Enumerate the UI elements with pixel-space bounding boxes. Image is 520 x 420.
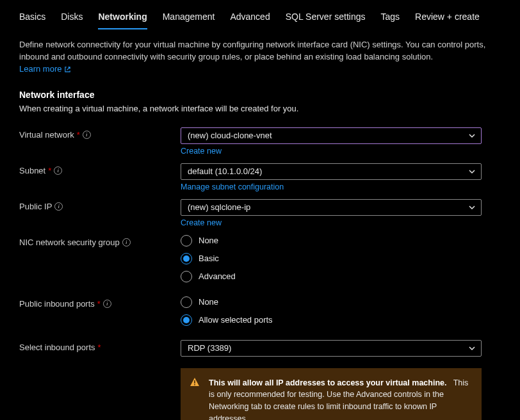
radio-nsg-basic[interactable]: Basic bbox=[181, 253, 482, 264]
label-subnet: Subnet * i bbox=[19, 163, 181, 175]
radio-label: Allow selected ports bbox=[199, 315, 273, 325]
description-text: Define network connectivity for your vir… bbox=[19, 40, 485, 61]
select-value: default (10.1.0.0/24) bbox=[188, 166, 262, 176]
radio-icon bbox=[181, 296, 192, 308]
required-asterisk: * bbox=[98, 343, 101, 352]
radio-label: None bbox=[199, 297, 218, 307]
select-inbound-ports[interactable]: RDP (3389) bbox=[181, 340, 482, 357]
tab-networking[interactable]: Networking bbox=[98, 12, 147, 29]
warning-bold: This will allow all IP addresses to acce… bbox=[209, 378, 446, 387]
tab-sql-server-settings[interactable]: SQL Server settings bbox=[286, 12, 366, 29]
select-virtual-network[interactable]: (new) cloud-clone-vnet bbox=[181, 127, 482, 144]
svg-rect-0 bbox=[194, 380, 195, 384]
info-icon[interactable]: i bbox=[122, 238, 131, 246]
select-value: (new) sqlclone-ip bbox=[188, 202, 250, 212]
label-text: NIC network security group bbox=[19, 238, 120, 247]
radio-label: Basic bbox=[199, 254, 219, 263]
info-icon[interactable]: i bbox=[83, 131, 91, 139]
chevron-down-icon bbox=[468, 132, 476, 140]
chevron-down-icon bbox=[468, 344, 476, 352]
label-text: Public IP bbox=[19, 202, 52, 211]
radio-nsg-none[interactable]: None bbox=[181, 235, 482, 246]
label-text: Subnet bbox=[19, 166, 45, 175]
tab-basics[interactable]: Basics bbox=[19, 12, 45, 29]
label-text: Virtual network bbox=[19, 130, 74, 140]
row-select-ports: Select inbound ports * RDP (3389) This w… bbox=[19, 340, 501, 420]
svg-rect-1 bbox=[194, 384, 195, 385]
external-link-icon bbox=[64, 66, 71, 73]
radio-label: Advanced bbox=[199, 271, 236, 281]
chevron-down-icon bbox=[468, 168, 476, 175]
select-public-ip[interactable]: (new) sqlclone-ip bbox=[181, 199, 482, 216]
info-icon[interactable]: i bbox=[54, 202, 63, 211]
tabs-bar: Basics Disks Networking Management Advan… bbox=[0, 0, 520, 30]
label-nsg: NIC network security group i bbox=[19, 235, 181, 247]
radio-group-inbound: None Allow selected ports bbox=[181, 296, 482, 326]
tab-disks[interactable]: Disks bbox=[61, 12, 83, 29]
control-public-ip: (new) sqlclone-ip Create new bbox=[181, 199, 482, 227]
section-subtitle: When creating a virtual machine, a netwo… bbox=[19, 104, 501, 113]
label-select-ports: Select inbound ports * bbox=[19, 340, 181, 352]
section-title: Network interface bbox=[19, 90, 501, 100]
select-subnet[interactable]: default (10.1.0.0/24) bbox=[181, 163, 482, 180]
description: Define network connectivity for your vir… bbox=[19, 39, 493, 76]
info-icon[interactable]: i bbox=[54, 166, 62, 175]
select-value: (new) cloud-clone-vnet bbox=[188, 131, 272, 140]
tab-management[interactable]: Management bbox=[163, 12, 215, 29]
warning-icon bbox=[190, 377, 200, 387]
tab-content: Define network connectivity for your vir… bbox=[0, 30, 520, 420]
radio-icon bbox=[181, 235, 192, 246]
control-nsg: None Basic Advanced bbox=[181, 235, 482, 282]
tab-review-create[interactable]: Review + create bbox=[415, 12, 480, 29]
label-inbound-ports: Public inbound ports * i bbox=[19, 296, 181, 309]
row-nsg: NIC network security group i None Basic bbox=[19, 235, 501, 282]
row-virtual-network: Virtual network * i (new) cloud-clone-vn… bbox=[19, 127, 501, 156]
label-public-ip: Public IP i bbox=[19, 199, 181, 211]
radio-inbound-allow[interactable]: Allow selected ports bbox=[181, 314, 482, 326]
required-asterisk: * bbox=[77, 130, 80, 140]
radio-inbound-none[interactable]: None bbox=[181, 296, 482, 308]
link-manage-subnet[interactable]: Manage subnet configuration bbox=[181, 182, 284, 191]
radio-nsg-advanced[interactable]: Advanced bbox=[181, 271, 482, 282]
row-subnet: Subnet * i default (10.1.0.0/24) Manage … bbox=[19, 163, 501, 191]
select-value: RDP (3389) bbox=[188, 343, 231, 353]
learn-more-link[interactable]: Learn more bbox=[19, 63, 71, 76]
label-virtual-network: Virtual network * i bbox=[19, 127, 181, 140]
link-vnet-create-new[interactable]: Create new bbox=[181, 147, 222, 156]
required-asterisk: * bbox=[48, 166, 51, 175]
warning-box: This will allow all IP addresses to acce… bbox=[181, 368, 482, 420]
row-inbound-ports: Public inbound ports * i None Allow sele… bbox=[19, 296, 501, 326]
form: Virtual network * i (new) cloud-clone-vn… bbox=[19, 127, 501, 420]
tab-advanced[interactable]: Advanced bbox=[230, 12, 270, 29]
required-asterisk: * bbox=[97, 299, 101, 309]
control-virtual-network: (new) cloud-clone-vnet Create new bbox=[181, 127, 482, 156]
chevron-down-icon bbox=[468, 204, 476, 211]
info-icon[interactable]: i bbox=[103, 300, 111, 308]
label-text: Public inbound ports bbox=[19, 299, 95, 309]
radio-icon bbox=[181, 253, 192, 264]
control-select-ports: RDP (3389) This will allow all IP addres… bbox=[181, 340, 482, 420]
learn-more-text: Learn more bbox=[19, 63, 61, 76]
radio-label: None bbox=[199, 236, 218, 245]
radio-group-nsg: None Basic Advanced bbox=[181, 235, 482, 282]
link-public-ip-create-new[interactable]: Create new bbox=[181, 218, 222, 227]
control-inbound-ports: None Allow selected ports bbox=[181, 296, 482, 326]
label-text: Select inbound ports bbox=[19, 343, 95, 352]
tab-tags[interactable]: Tags bbox=[380, 12, 400, 29]
radio-icon bbox=[181, 271, 192, 282]
radio-icon bbox=[181, 314, 192, 326]
control-subnet: default (10.1.0.0/24) Manage subnet conf… bbox=[181, 163, 482, 191]
row-public-ip: Public IP i (new) sqlclone-ip Create new bbox=[19, 199, 501, 227]
